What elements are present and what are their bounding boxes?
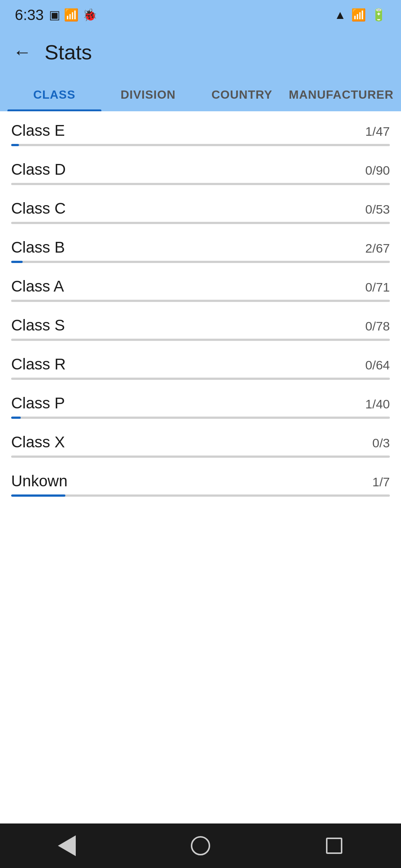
progress-track [11,222,390,224]
status-time: 6:33 [15,7,44,23]
stat-value: 1/7 [372,475,390,489]
progress-fill [11,417,21,419]
stat-label: Class B [11,239,65,256]
tab-class[interactable]: CLASS [7,78,101,111]
progress-track [11,339,390,341]
stat-row[interactable]: Class R0/64 [11,345,390,384]
nav-home-icon [191,836,210,855]
bottom-nav [0,823,401,868]
stat-row[interactable]: Class E1/47 [11,111,390,150]
stat-value: 1/40 [365,397,390,411]
tab-division-label: DIVISION [121,88,176,102]
status-bar: 6:33 ▣ 📶 🐞 ▲ 📶 🔋 [0,0,401,30]
wifi-full-icon: ▲ [334,8,346,22]
stat-value: 0/78 [365,319,390,333]
sim-icon: ▣ [49,8,60,22]
back-button[interactable]: ← [11,41,33,63]
tab-class-label: CLASS [33,88,75,102]
progress-track [11,456,390,458]
progress-track [11,261,390,263]
stat-label: Class R [11,355,66,373]
wifi-icon: 📶 [64,8,79,22]
stat-label: Class X [11,433,65,451]
stat-row[interactable]: Class X0/3 [11,423,390,462]
stat-value: 0/53 [365,202,390,217]
stat-row[interactable]: Class S0/78 [11,306,390,345]
progress-track [11,417,390,419]
progress-track [11,183,390,185]
stat-row[interactable]: Class P1/40 [11,384,390,423]
stat-row[interactable]: Class D0/90 [11,150,390,189]
battery-icon: 🔋 [371,8,386,22]
stat-row[interactable]: Unkown1/7 [11,462,390,501]
tab-division[interactable]: DIVISION [101,78,195,111]
header: ← Stats [0,30,401,74]
signal-icon: 🐞 [82,8,97,22]
status-icons: ▣ 📶 🐞 [49,8,97,22]
status-left: 6:33 ▣ 📶 🐞 [15,7,97,23]
nav-home-button[interactable] [186,831,215,861]
stat-label: Class P [11,394,65,412]
stat-label: Class D [11,161,66,178]
stat-label: Class E [11,122,65,139]
page-title: Stats [45,40,92,64]
progress-track [11,494,390,497]
tab-manufacturer-label: MANUFACTURER [289,88,394,102]
stats-content: Class E1/47Class D0/90Class C0/53Class B… [0,111,401,501]
tab-country-label: COUNTRY [211,88,272,102]
stat-label: Class S [11,316,65,334]
stat-label: Class C [11,200,66,217]
tab-manufacturer[interactable]: MANUFACTURER [289,78,394,111]
stat-row[interactable]: Class C0/53 [11,189,390,228]
progress-track [11,378,390,380]
tab-bar: CLASS DIVISION COUNTRY MANUFACTURER [0,74,401,111]
nav-back-button[interactable] [52,831,82,861]
stat-value: 0/3 [372,436,390,450]
nav-recents-button[interactable] [319,831,349,861]
progress-fill [11,494,65,497]
stat-value: 0/71 [365,280,390,295]
stat-label: Unkown [11,472,68,490]
stat-row[interactable]: Class B2/67 [11,228,390,267]
tab-class-underline [7,109,101,111]
stat-value: 2/67 [365,241,390,256]
stat-value: 1/47 [365,124,390,139]
back-arrow-icon: ← [13,43,32,61]
stat-value: 0/90 [365,163,390,178]
nav-back-icon [58,835,76,856]
cell-signal-icon: 📶 [351,8,366,22]
tab-country[interactable]: COUNTRY [195,78,289,111]
nav-recents-icon [326,838,342,854]
progress-fill [11,261,23,263]
status-right: ▲ 📶 🔋 [334,8,386,22]
progress-fill [11,144,19,146]
stat-value: 0/64 [365,358,390,372]
stat-row[interactable]: Class A0/71 [11,267,390,306]
stat-label: Class A [11,277,64,295]
progress-track [11,144,390,146]
progress-track [11,300,390,302]
